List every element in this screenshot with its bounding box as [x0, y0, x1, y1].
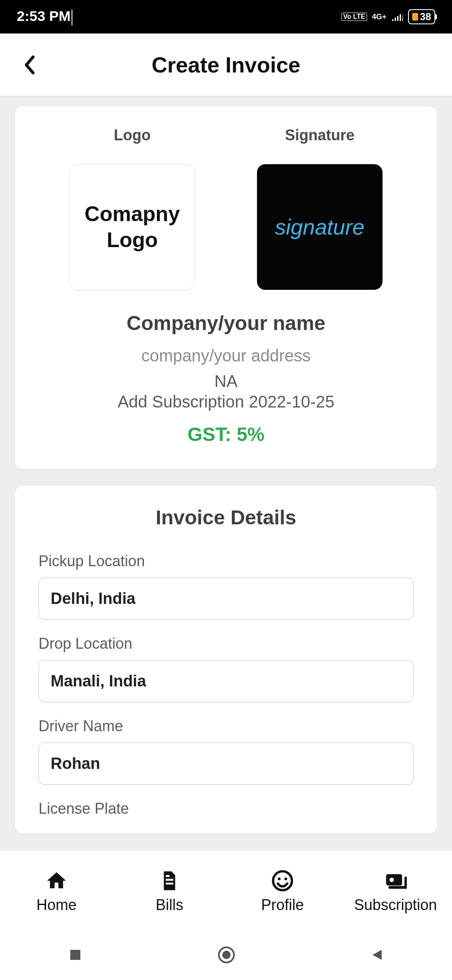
nav-home-label: Home [36, 896, 77, 914]
na-text: NA [39, 372, 413, 391]
volte-icon: Vo LTE [342, 13, 367, 21]
svg-point-1 [278, 877, 281, 880]
nav-home[interactable]: Home [0, 869, 113, 914]
home-icon [45, 869, 68, 892]
status-bar: 2:53 PM Vo LTE 4G+ 38 [0, 0, 452, 34]
svg-point-7 [222, 951, 231, 959]
nav-subscription-label: Subscription [354, 896, 437, 914]
nav-profile-label: Profile [261, 896, 304, 914]
nav-bills-label: Bills [156, 896, 183, 914]
bottom-nav: Home Bills Profile Subscription [0, 850, 452, 930]
drop-input[interactable] [39, 660, 413, 702]
signature-upload[interactable]: signature [257, 164, 383, 290]
recent-apps-button[interactable] [67, 946, 84, 964]
invoice-details-card: Invoice Details Pickup Location Drop Loc… [15, 486, 437, 833]
logo-label: Logo [114, 126, 151, 144]
status-right: Vo LTE 4G+ 38 [342, 9, 435, 25]
company-name: Company/your name [39, 312, 413, 335]
battery-icon: 38 [408, 9, 435, 24]
smile-icon [271, 869, 294, 892]
invoice-details-title: Invoice Details [39, 506, 413, 529]
time-text: 2:53 PM [17, 8, 71, 24]
subscription-line: Add Subscription 2022-10-25 [39, 392, 413, 411]
back-button[interactable] [17, 52, 42, 77]
content-area: Logo Comapny Logo Signature signature Co… [0, 96, 452, 850]
logo-column: Logo Comapny Logo [69, 126, 195, 290]
payment-icon [384, 869, 407, 892]
company-address: company/your address [39, 346, 413, 365]
license-label: License Plate [39, 800, 413, 818]
pickup-input[interactable] [39, 578, 413, 620]
chevron-left-icon [23, 55, 36, 75]
home-button[interactable] [217, 946, 235, 964]
nav-profile[interactable]: Profile [226, 869, 339, 914]
gst-value: GST: 5% [39, 423, 413, 446]
svg-rect-5 [70, 950, 80, 960]
driver-label: Driver Name [39, 717, 413, 735]
signature-column: Signature signature [257, 126, 383, 290]
company-card: Logo Comapny Logo Signature signature Co… [15, 106, 437, 469]
svg-point-4 [390, 877, 394, 882]
system-nav [0, 930, 452, 980]
network-type: 4G+ [372, 13, 387, 21]
logo-text-1: Comapny [85, 201, 180, 227]
page-title: Create Invoice [152, 52, 300, 77]
nav-bills[interactable]: Bills [113, 869, 226, 914]
back-system-button[interactable] [368, 946, 385, 964]
status-time: 2:53 PM [17, 8, 72, 25]
logo-text-2: Logo [107, 227, 158, 253]
signal-icon [391, 9, 403, 25]
battery-text: 38 [420, 11, 431, 23]
signature-label: Signature [285, 126, 354, 144]
logo-upload[interactable]: Comapny Logo [69, 164, 195, 290]
nav-subscription[interactable]: Subscription [339, 869, 452, 914]
signature-text: signature [275, 214, 365, 240]
drop-label: Drop Location [39, 635, 413, 652]
svg-rect-3 [386, 874, 402, 885]
app-bar: Create Invoice [0, 34, 452, 96]
driver-input[interactable] [39, 743, 413, 785]
pickup-label: Pickup Location [39, 552, 413, 570]
svg-point-2 [285, 877, 288, 880]
document-icon [158, 869, 181, 892]
